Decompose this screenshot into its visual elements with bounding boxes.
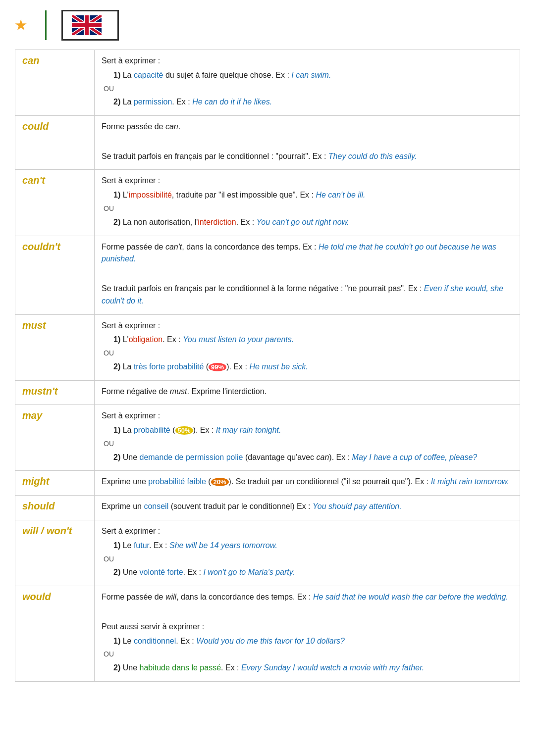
objectif-bac-label: ★	[15, 18, 30, 33]
plain-text: Forme passée de can't, dans la concordan…	[102, 241, 513, 266]
ou-text: OU	[102, 84, 513, 95]
intro-text: Sert à exprimer :	[102, 320, 513, 332]
intro-text: Sert à exprimer :	[102, 525, 513, 538]
svg-rect-8	[72, 23, 102, 27]
modal-description: Sert à exprimer :1) La probabilité (50%)…	[95, 405, 520, 471]
numbered-item: 1) L'impossibilité, traduite par "il est…	[102, 189, 513, 202]
table-row: couldForme passée de can. Se traduit par…	[15, 116, 520, 170]
modal-name: might	[15, 471, 95, 496]
table-row: couldn'tForme passée de can't, dans la c…	[15, 236, 520, 314]
header: ★	[15, 10, 520, 41]
modal-name: can	[15, 50, 95, 116]
modal-name: can't	[15, 170, 95, 236]
numbered-item: 1) La probabilité (50%). Ex : It may rai…	[102, 424, 513, 437]
plain-text: Exprime un conseil (souvent traduit par …	[102, 501, 513, 513]
numbered-item: 1) L'obligation. Ex : You must listen to…	[102, 334, 513, 346]
table-row: mustn'tForme négative de must. Exprime l…	[15, 380, 520, 405]
modal-description: Sert à exprimer :1) L'impossibilité, tra…	[95, 170, 520, 236]
table-row: wouldForme passée de will, dans la conco…	[15, 586, 520, 682]
intro-text: Sert à exprimer :	[102, 410, 513, 422]
modal-name: must	[15, 314, 95, 380]
modals-table: canSert à exprimer :1) La capacité du su…	[15, 50, 520, 682]
numbered-item: 2) Une volonté forte. Ex : I won't go to…	[102, 566, 513, 579]
modal-description: Forme passée de can't, dans la concordan…	[95, 236, 520, 314]
ou-text: OU	[102, 439, 513, 450]
numbered-item: 2) La très forte probabilité (99%). Ex :…	[102, 361, 513, 373]
numbered-item: 2) La non autorisation, l'interdiction. …	[102, 216, 513, 229]
modal-description: Forme négative de must. Exprime l'interd…	[95, 380, 520, 405]
ou-text: OU	[102, 649, 513, 660]
numbered-item: 2) Une habitude dans le passé. Ex : Ever…	[102, 662, 513, 674]
modal-name: mustn't	[15, 380, 95, 405]
modal-description: Forme passée de can. Se traduit parfois …	[95, 116, 520, 170]
ou-text: OU	[102, 203, 513, 214]
plain-text: Forme passée de will, dans la concordanc…	[102, 591, 513, 604]
modal-name: may	[15, 405, 95, 471]
vertical-divider	[45, 10, 47, 40]
intro-text: Sert à exprimer :	[102, 175, 513, 187]
page: ★ canSert	[0, 0, 535, 697]
modal-name: could	[15, 116, 95, 170]
numbered-item: 1) La capacité du sujet à faire quelque …	[102, 69, 513, 82]
numbered-item: 1) Le conditionnel. Ex : Would you do me…	[102, 635, 513, 648]
plain-text: Se traduit parfois en français par le co…	[102, 151, 513, 163]
spacer	[102, 136, 513, 149]
modal-description: Sert à exprimer :1) Le futur. Ex : She w…	[95, 520, 520, 586]
modal-name: would	[15, 586, 95, 682]
plain-text: Forme négative de must. Exprime l'interd…	[102, 386, 513, 398]
plain-text: Se traduit parfois en français par le co…	[102, 283, 513, 307]
table-row: mustSert à exprimer :1) L'obligation. Ex…	[15, 314, 520, 380]
title-box	[61, 10, 119, 41]
modal-description: Forme passée de will, dans la concordanc…	[95, 586, 520, 682]
numbered-item: 1) Le futur. Ex : She will be 14 years t…	[102, 540, 513, 552]
table-row: will / won'tSert à exprimer :1) Le futur…	[15, 520, 520, 586]
table-row: canSert à exprimer :1) La capacité du su…	[15, 50, 520, 116]
spacer	[102, 606, 513, 619]
numbered-item: 2) La permission. Ex : He can do it if h…	[102, 96, 513, 108]
star-icon: ★	[15, 18, 26, 33]
modal-description: Exprime un conseil (souvent traduit par …	[95, 496, 520, 520]
modal-name: couldn't	[15, 236, 95, 314]
modal-name: will / won't	[15, 520, 95, 586]
ou-text: OU	[102, 348, 513, 359]
table-row: can'tSert à exprimer :1) L'impossibilité…	[15, 170, 520, 236]
modal-name: should	[15, 496, 95, 520]
table-row: mightExprime une probabilité faible (20%…	[15, 471, 520, 496]
spacer	[102, 268, 513, 281]
plain-text: Forme passée de can.	[102, 121, 513, 133]
table-row: maySert à exprimer :1) La probabilité (5…	[15, 405, 520, 471]
intro-text: Peut aussi servir à exprimer :	[102, 621, 513, 633]
modal-description: Exprime une probabilité faible (20%). Se…	[95, 471, 520, 496]
numbered-item: 2) Une demande de permission polie (dava…	[102, 452, 513, 464]
plain-text: Exprime une probabilité faible (20%). Se…	[102, 476, 513, 488]
table-row: shouldExprime un conseil (souvent tradui…	[15, 496, 520, 520]
uk-flag-icon	[72, 15, 102, 35]
modal-description: Sert à exprimer :1) L'obligation. Ex : Y…	[95, 314, 520, 380]
modal-description: Sert à exprimer :1) La capacité du sujet…	[95, 50, 520, 116]
ou-text: OU	[102, 554, 513, 565]
intro-text: Sert à exprimer :	[102, 55, 513, 67]
